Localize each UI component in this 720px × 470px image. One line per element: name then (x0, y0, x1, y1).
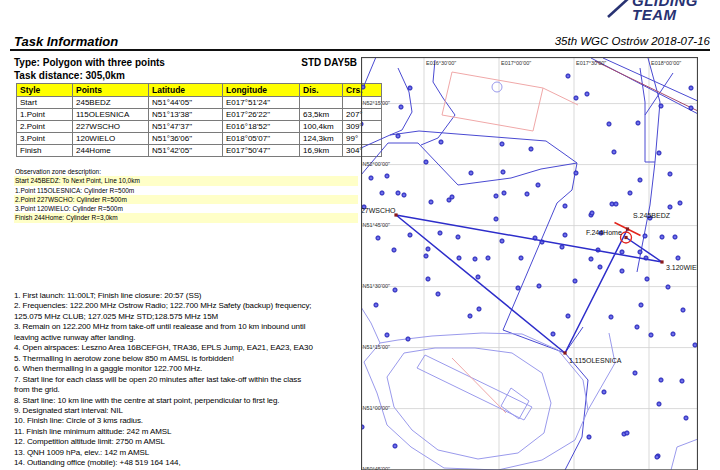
table-cell: 2.Point (17, 121, 73, 133)
rule-line: 6. When thermalling in a gaggle monitor … (14, 364, 360, 374)
airspace-boundary (603, 58, 698, 102)
table-cell: E017°51'24" (223, 97, 300, 109)
lat-grid-label: N51°15'00" (363, 344, 391, 350)
lon-grid-label: E017°00'00" (501, 60, 531, 66)
page-title: Task Information (14, 34, 118, 49)
table-cell: 1.Point (17, 109, 73, 121)
airspace-boundary (588, 333, 615, 410)
rule-line: 11. Finish line minimum altitude: 242 m … (14, 427, 360, 437)
lon-grid-label: E017°30'00" (576, 60, 606, 66)
waypoint-label: 3.120WIELO (666, 264, 698, 271)
lat-grid-label: N51°00'00" (363, 405, 391, 411)
table-cell: 16,9km (300, 145, 343, 157)
column-header: Longitude (223, 84, 300, 97)
column-header: Points (73, 84, 149, 97)
rule-line: 8. Start line: 10 km line with the centr… (14, 396, 360, 406)
table-row: 3.Point120WIELON51°36'06"E018°05'07"124,… (17, 133, 382, 145)
glider-icon (598, 0, 632, 25)
airspace-boundary (363, 57, 376, 88)
observation-zone-title: Observation zone description: (14, 167, 358, 176)
airspace-boundary (543, 88, 578, 105)
airspace-boundary (565, 327, 588, 470)
table-cell: Finish (17, 145, 73, 157)
task-distance: Task distance: 305,0km (14, 70, 125, 81)
task-type: Type: Polygon with three points (14, 57, 165, 68)
table-row: 1.Point115OLESNICAN51°13'38"E017°26'22"6… (17, 109, 382, 121)
table-cell: 244Home (73, 145, 149, 157)
airspace-boundary (492, 82, 502, 92)
table-row: 2.Point227WSCHON51°47'37"E016°18'52"100,… (17, 121, 382, 133)
rule-line: 3. Remain on 122.200 MHz from take-off u… (14, 322, 360, 332)
rule-line: 5. Thermalling in aerotow zone below 850… (14, 354, 360, 364)
lat-grid-label: N51°30'00" (363, 283, 391, 289)
waypoint-label: S.245BEDZ (633, 212, 671, 219)
task-table: StylePointsLatitudeLongitudeDis.Crs.Star… (16, 83, 382, 157)
table-cell: E016°18'52" (223, 121, 300, 133)
rule-line: 14. Outlanding office (mobile): +48 519 … (14, 458, 360, 468)
table-cell: N51°36'06" (149, 133, 223, 145)
table-cell: Start (17, 97, 73, 109)
airspace-boundary (361, 143, 577, 185)
table-cell: E018°05'07" (223, 133, 300, 145)
table-cell: 63,5km (300, 109, 343, 121)
table-cell: 3.Point (17, 133, 73, 145)
table-cell: 124,3km (300, 133, 343, 145)
rule-line: 1. First launch: 11:00LT; Finish line cl… (14, 291, 360, 301)
column-header: Style (17, 84, 73, 97)
rules-list: 1. First launch: 11:00LT; Finish line cl… (14, 291, 360, 470)
rule-line: 7. Start line for each class will be ope… (14, 375, 360, 385)
column-header: Dis. (300, 84, 343, 97)
rule-line: 9. Designated start interval: NIL (14, 406, 360, 416)
table-cell: 115OLESNICA (73, 109, 149, 121)
task-map: S.245BEDZF.244Home1.115OLESNICA227WSCHO3… (361, 57, 698, 470)
header-rule (10, 49, 710, 51)
map-canvas: S.245BEDZF.244Home1.115OLESNICA227WSCHO3… (361, 57, 698, 470)
rule-line: 12. Competition altitude limit: 2750 m A… (14, 437, 360, 447)
table-header-row: StylePointsLatitudeLongitudeDis.Crs. (17, 84, 382, 97)
rule-line: 2. Frequencies: 122.200 MHz Ostrow Radio… (14, 301, 360, 311)
contest-header: 35th WGC Ostrów 2018-07-16 (555, 35, 710, 47)
airspace-boundary (452, 358, 506, 413)
table-cell (300, 97, 343, 109)
rule-line: 13. QNH 1009 hPa, elev.: 142 m AMSL (14, 448, 360, 458)
task-type-line: Type: Polygon with three points STD DAY5… (14, 57, 357, 68)
airspace-boundary (417, 355, 532, 420)
table-cell: N51°47'37" (149, 121, 223, 133)
lon-grid-label: E016°30'00" (426, 60, 456, 66)
airspace-boundary (640, 68, 655, 162)
rule-line: from the grid. (14, 385, 360, 395)
table-cell: N51°13'38" (149, 109, 223, 121)
table-cell: 227WSCHO (73, 121, 149, 133)
waypoint-label: 1.115OLESNICA (569, 357, 622, 364)
observation-zone-block: Observation zone description: Start 245B… (14, 167, 358, 223)
table-row: Finish244HomeN51°42'05"E017°50'47"16,9km… (17, 145, 382, 157)
table-row: Start245BEDZN51°44'05"E017°51'24" (17, 97, 382, 109)
waypoint-label: F.244Home (586, 229, 622, 236)
observation-zone-line: 1.Point 115OLESNICA: Cylinder R=500m (14, 186, 358, 195)
rule-line: leaving active runway after landing. (14, 333, 360, 343)
lat-grid-label: N52°15'00" (363, 100, 391, 106)
rule-line: 10. Finish line: Circle of 3 kms radius. (14, 416, 360, 426)
rule-line: 125.075 MHz CLUB; 127.025 MHz STD;128.57… (14, 312, 360, 322)
table-cell: E017°50'47" (223, 145, 300, 157)
table-cell: E017°26'22" (223, 109, 300, 121)
airspace-boundary (442, 72, 543, 131)
lon-grid-label: E018°00'00" (651, 60, 681, 66)
airspace-boundary (671, 439, 698, 470)
airspace-boundary (387, 348, 551, 459)
table-cell: 120WIELO (73, 133, 149, 145)
gliding-team-logo: GLIDING TEAM (598, 0, 718, 27)
observation-zone-line: 2.Point 227WSCHO: Cylinder R=500m (14, 195, 358, 204)
table-cell: 245BEDZ (73, 97, 149, 109)
airspace-boundary (595, 61, 698, 112)
waypoint-label: 227WSCHO (361, 207, 396, 214)
observation-zone-line: 3.Point 120WIELO: Cylinder R=500m (14, 204, 358, 213)
observation-zone-line: Finish 244Home: Cylinder R=3,0km (14, 213, 358, 222)
table-cell: N51°42'05" (149, 145, 223, 157)
table-cell: N51°44'05" (149, 97, 223, 109)
lat-grid-label: N52°00'00" (363, 161, 391, 167)
table-cell: 100,4km (300, 121, 343, 133)
rule-line: 4. Open airspaces: Leszno Area 16BCEFGH,… (14, 343, 360, 353)
observation-zone-line: Start 245BEDZ: To Next Point, Line 10,0k… (14, 176, 358, 185)
airspace-boundary (503, 163, 577, 353)
